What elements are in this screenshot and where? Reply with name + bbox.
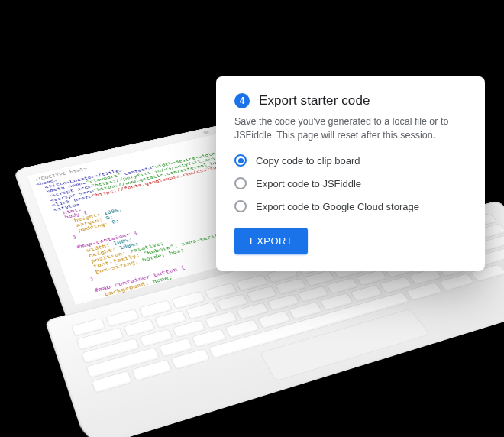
dialog-title: Export starter code	[259, 93, 370, 108]
radio-icon	[234, 154, 247, 167]
camera-icon	[202, 131, 209, 134]
step-badge: 4	[234, 93, 250, 108]
export-dialog: 4 Export starter code Save the code you'…	[216, 76, 485, 271]
option-label: Export code to Google Cloud storage	[256, 201, 419, 212]
export-button[interactable]: EXPORT	[234, 228, 308, 254]
option-label: Copy code to clip board	[256, 155, 360, 167]
dialog-subtitle: Save the code you've generated to a loca…	[234, 115, 467, 142]
radio-icon	[234, 200, 247, 212]
option-copy-clipboard[interactable]: Copy code to clip board	[234, 154, 467, 167]
option-export-gcs[interactable]: Export code to Google Cloud storage	[234, 200, 467, 212]
option-export-jsfiddle[interactable]: Export code to JSFiddle	[234, 177, 467, 189]
export-options: Copy code to clip board Export code to J…	[234, 154, 467, 212]
option-label: Export code to JSFiddle	[256, 178, 361, 189]
radio-icon	[234, 177, 247, 189]
